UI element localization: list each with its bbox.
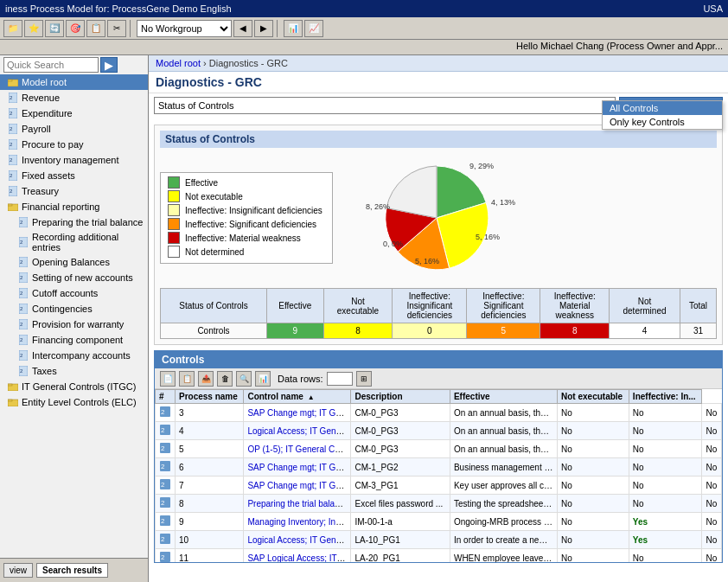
- summary-significant: 5: [467, 323, 540, 339]
- ctrl-btn-search[interactable]: 🔍: [236, 371, 252, 387]
- table-row: 24Logical Access; IT General...CM-0_PG3O…: [156, 422, 722, 440]
- row-effective: No: [558, 440, 629, 458]
- legend-item-effective: Effective: [168, 176, 325, 189]
- sidebar-item-inventory[interactable]: 2Inventory management: [0, 152, 148, 168]
- sidebar-item-it-general[interactable]: IT General Controls (ITGC): [0, 379, 148, 394]
- tab-view[interactable]: view: [3, 563, 33, 578]
- breadcrumb-current: Diagnostics - GRC: [209, 58, 288, 68]
- sidebar-item-procure-to-pay[interactable]: 2Procure to pay: [0, 137, 148, 152]
- process-link-9[interactable]: Managing Inventory; Invent...: [247, 517, 351, 527]
- breadcrumb: Model root › Diagnostics - GRC: [149, 55, 728, 72]
- toolbar-btn-10[interactable]: 📈: [304, 20, 323, 37]
- row-not-executable: No: [629, 422, 702, 440]
- th-not-executable-col: Not executable: [558, 390, 629, 404]
- sidebar-item-cutoff[interactable]: 2Cutoff accounts: [0, 285, 148, 301]
- th-process-name[interactable]: Process name: [176, 390, 244, 404]
- ctrl-btn-filter[interactable]: 📊: [255, 371, 271, 387]
- ctrl-btn-delete[interactable]: 🗑: [217, 371, 233, 387]
- doc-icon: 2: [17, 334, 29, 346]
- sidebar-item-label-treasury: Treasury: [22, 186, 59, 196]
- process-link-3[interactable]: SAP Change mgt; IT Genera...: [247, 408, 351, 418]
- pie-label-green: 9, 29%: [469, 162, 494, 170]
- filter-option-all[interactable]: All Controls: [603, 101, 722, 115]
- row-process: Preparing the trial balance;...: [244, 495, 351, 513]
- sidebar-item-opening-balances[interactable]: 2Opening Balances: [0, 254, 148, 270]
- sidebar-item-financing[interactable]: 2Financing component: [0, 332, 148, 348]
- legend-color-not-executable: [168, 190, 180, 202]
- legend-item-not-executable: Not executable: [168, 190, 325, 202]
- status-select[interactable]: Status of Controls: [154, 97, 616, 114]
- controls-header: Controls: [155, 351, 722, 368]
- sidebar-item-fixed-assets[interactable]: 2Fixed assets: [0, 168, 148, 183]
- sidebar-item-label-setting-accounts: Setting of new accounts: [32, 272, 133, 283]
- th-total: Total: [680, 289, 717, 323]
- row-num: 3: [176, 404, 244, 422]
- process-link-11[interactable]: SAP Logical Access; IT Gene...: [247, 553, 351, 563]
- sidebar-item-treasury[interactable]: 2Treasury: [0, 183, 148, 199]
- svg-text:2: 2: [161, 499, 165, 507]
- toolbar-btn-7[interactable]: ◀: [233, 20, 252, 37]
- th-control-name[interactable]: Control name ▲: [244, 390, 351, 404]
- process-link-4[interactable]: Logical Access; IT General...: [247, 426, 351, 436]
- toolbar-btn-9[interactable]: 📊: [284, 20, 303, 37]
- row-icon-5: 2: [156, 440, 176, 458]
- th-status: Status of Controls: [161, 289, 267, 323]
- svg-text:2: 2: [161, 426, 165, 434]
- row-description: Testing the spreadsheet protect...: [450, 495, 557, 513]
- sidebar-item-recording-additional[interactable]: 2Recording additional entries: [0, 230, 148, 254]
- sidebar-item-revenue[interactable]: 2Revenue: [0, 90, 148, 106]
- ctrl-btn-add[interactable]: 📄: [160, 371, 176, 387]
- sidebar-item-taxes[interactable]: 2Taxes: [0, 363, 148, 379]
- row-not-executable: Yes: [629, 531, 702, 549]
- workgroup-select[interactable]: No Workgroup: [137, 20, 232, 37]
- process-link-8[interactable]: Preparing the trial balance;...: [247, 499, 351, 508]
- svg-rect-17: [8, 204, 12, 206]
- row-ineffective: No: [702, 549, 722, 563]
- process-link-7[interactable]: SAP Change mgt; IT Genera...: [247, 481, 351, 490]
- toolbar-btn-3[interactable]: 🔄: [45, 20, 64, 37]
- summary-not-determined: 4: [609, 323, 680, 339]
- sidebar-item-financial-reporting[interactable]: Financial reporting: [0, 199, 148, 214]
- sidebar-item-provision[interactable]: 2Provision for warranty: [0, 317, 148, 332]
- pie-label-red: 5, 16%: [476, 233, 500, 241]
- sidebar-item-preparing-trial[interactable]: 2Preparing the trial balance: [0, 214, 148, 230]
- filter-option-key[interactable]: Only key Controls: [603, 115, 722, 129]
- sidebar-item-model-root[interactable]: Model root: [0, 74, 148, 90]
- sidebar-item-setting-accounts[interactable]: 2Setting of new accounts: [0, 270, 148, 285]
- toolbar-btn-1[interactable]: 📁: [3, 20, 22, 37]
- ctrl-btn-export[interactable]: 📤: [198, 371, 214, 387]
- process-link-5[interactable]: OP (1-5); IT General Contro...: [247, 444, 351, 454]
- toolbar-btn-2[interactable]: ⭐: [24, 20, 43, 37]
- row-effective: No: [558, 422, 629, 440]
- data-rows-input[interactable]: 30: [327, 372, 353, 386]
- row-control: CM-1_PG2: [351, 458, 450, 476]
- legend-color-effective: [168, 176, 180, 189]
- toolbar-btn-8[interactable]: ▶: [254, 20, 273, 37]
- hello-bar: Hello Michael Chang (Process Owner and A…: [0, 40, 728, 55]
- sidebar-item-contingencies[interactable]: 2Contingencies: [0, 301, 148, 317]
- row-icon-11: 2: [156, 549, 176, 563]
- quick-search-input[interactable]: [3, 57, 99, 73]
- sidebar-item-label-it-general: IT General Controls (ITGC): [22, 381, 136, 392]
- sidebar-item-entity-level[interactable]: Entity Level Controls (ELC): [0, 394, 148, 410]
- legend-color-significant: [168, 218, 180, 230]
- tab-search-results[interactable]: Search results: [36, 563, 108, 578]
- quick-search-bar: ▶: [0, 55, 148, 74]
- sidebar-item-payroll[interactable]: 2Payroll: [0, 121, 148, 137]
- row-ineffective: No: [702, 531, 722, 549]
- ctrl-btn-grid[interactable]: ⊞: [356, 371, 372, 387]
- sidebar-item-expenditure[interactable]: 2Expenditure: [0, 106, 148, 121]
- row-control: CM-3_PG1: [351, 476, 450, 495]
- quick-search-button[interactable]: ▶: [100, 57, 118, 73]
- ctrl-btn-copy[interactable]: 📋: [179, 371, 195, 387]
- sidebar-item-intercompany[interactable]: 2Intercompany accounts: [0, 348, 148, 363]
- toolbar-btn-5[interactable]: 📋: [86, 20, 105, 37]
- process-link-6[interactable]: SAP Change mgt; IT Genera...: [247, 463, 351, 472]
- svg-rect-1: [8, 80, 12, 81]
- toolbar-btn-4[interactable]: 🎯: [66, 20, 85, 37]
- table-row: 26SAP Change mgt; IT Genera...CM-1_PG2Bu…: [156, 458, 722, 476]
- pie-label-yellow: 8, 26%: [366, 202, 390, 211]
- breadcrumb-model-root[interactable]: Model root: [156, 58, 201, 68]
- toolbar-btn-6[interactable]: ✂: [107, 20, 126, 37]
- process-link-10[interactable]: Logical Access; IT General ...: [247, 535, 351, 545]
